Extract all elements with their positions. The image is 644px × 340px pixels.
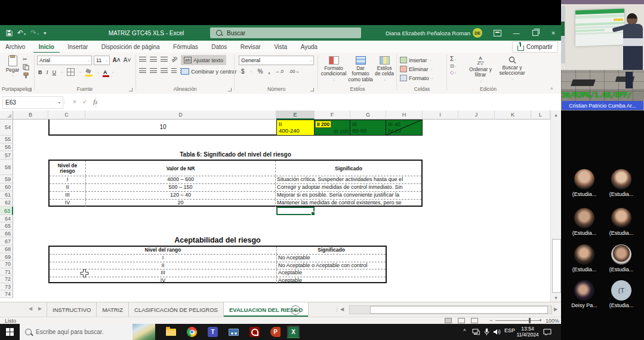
page-layout-view-icon[interactable] [458, 318, 465, 323]
zoom-in-icon[interactable]: + [539, 317, 542, 323]
speaker-icon[interactable] [493, 329, 501, 335]
zoom-slider[interactable] [495, 320, 541, 321]
acrobat-icon[interactable] [248, 326, 261, 338]
row-header-59[interactable]: 59 [0, 175, 13, 183]
microphone-icon[interactable] [484, 328, 489, 336]
fill-color-icon[interactable] [85, 69, 93, 75]
search-box[interactable]: Buscar [210, 27, 361, 38]
scroll-down-icon[interactable]: ▼ [551, 293, 561, 302]
row-header-72[interactable]: 72 [0, 275, 13, 283]
row-header-62[interactable]: 62 [0, 199, 13, 207]
column-header-f[interactable]: F [315, 111, 350, 120]
currency-icon[interactable]: $ [241, 68, 245, 75]
align-top-icon[interactable] [139, 57, 146, 62]
teams-icon[interactable]: T [207, 326, 219, 338]
wrap-text-button[interactable]: ab Ajustar texto [181, 55, 226, 65]
cell-d54[interactable]: 10 [48, 120, 276, 136]
increase-decimal-icon[interactable]: ←.0 [275, 69, 284, 74]
cell-f54[interactable]: II 200 III 100 [315, 120, 350, 136]
redo-icon[interactable]: ↷▾ [30, 29, 39, 36]
ribbon-display-options-button[interactable] [488, 25, 506, 41]
cell-h54[interactable]: III 40 IV 20 [386, 120, 423, 136]
new-sheet-button[interactable]: + [291, 305, 300, 315]
start-button[interactable] [6, 328, 14, 336]
column-header-b[interactable]: B [13, 111, 48, 120]
borders-icon[interactable] [67, 68, 75, 76]
row-header-74[interactable]: 74 [0, 290, 13, 298]
formula-input[interactable] [95, 96, 559, 108]
close-button[interactable]: × [544, 25, 562, 41]
cell-e54[interactable]: II 400-240 [276, 120, 315, 136]
row-header-66[interactable]: 66 [0, 230, 13, 237]
comma-icon[interactable]: , [268, 68, 270, 75]
align-center-icon[interactable] [150, 68, 157, 73]
column-header-c[interactable]: C [48, 111, 85, 120]
column-header-e[interactable]: E [276, 111, 315, 120]
row-header-57[interactable]: 57 [0, 151, 13, 160]
selected-cell-e63[interactable] [276, 207, 315, 215]
grow-font-icon[interactable]: A˄ [112, 56, 121, 64]
tab-revisar[interactable]: Revisar [235, 41, 266, 53]
font-dialog-launcher[interactable] [129, 88, 133, 91]
participant-tile[interactable]: (Estudia... [566, 208, 603, 236]
number-format-select[interactable]: General▾ [239, 56, 314, 65]
format-painter-icon[interactable] [23, 72, 29, 79]
network-icon[interactable] [472, 329, 480, 335]
zoom-slider-knob[interactable] [529, 318, 531, 323]
zoom-level[interactable]: 100% [546, 318, 559, 324]
column-header-j[interactable]: J [458, 111, 495, 120]
hidden-icons-chevron[interactable]: ˄ [463, 327, 466, 333]
row-header-67[interactable]: 67 [0, 237, 13, 246]
restore-button[interactable] [526, 25, 544, 41]
normal-view-icon[interactable] [445, 318, 452, 323]
number-dialog-launcher[interactable] [310, 88, 314, 91]
format-as-table-button[interactable]: Dar formato como tabla▾ [347, 56, 374, 88]
user-name[interactable]: Diana Elizabeth Peñaloza Roman [387, 25, 470, 41]
sheet-tab-clasificacion[interactable]: CLASIFICACIÓN DE PELIGROS [129, 302, 224, 317]
name-box[interactable]: E63▾ [2, 96, 63, 109]
participant-tile[interactable]: (Estudia... [566, 244, 603, 272]
row-header-58[interactable]: 58 [0, 160, 13, 175]
participant-tile[interactable]: (Estudia... [603, 208, 640, 236]
notifications-icon[interactable] [543, 329, 551, 336]
row-header-71[interactable]: 71 [0, 268, 13, 275]
excel-taskbar-icon[interactable]: X [287, 326, 300, 338]
column-header-k[interactable]: K [495, 111, 531, 120]
file-explorer-icon[interactable] [165, 326, 177, 338]
row-header-60[interactable]: 60 [0, 183, 13, 191]
select-all-corner[interactable] [0, 111, 13, 120]
tab-insertar[interactable]: Insertar [62, 41, 93, 53]
row-header-56[interactable]: 56 [0, 143, 13, 151]
align-left-icon[interactable] [139, 68, 146, 73]
tab-datos[interactable]: Datos [206, 41, 232, 53]
participant-tile[interactable]: (Estudia... [603, 244, 640, 272]
alignment-dialog-launcher[interactable] [228, 88, 232, 91]
cut-icon[interactable]: ✂ [23, 56, 29, 62]
horizontal-scrollbar[interactable] [349, 305, 552, 314]
percent-icon[interactable]: % [258, 68, 263, 75]
share-button[interactable]: Compartir [512, 41, 558, 53]
autosum-icon[interactable]: Σ▾ [450, 56, 457, 62]
participant-tile[interactable]: (T (Estudia... [603, 280, 640, 308]
copy-icon[interactable] [23, 64, 29, 71]
hscroll-left-icon[interactable]: ◀ [340, 307, 344, 312]
align-right-icon[interactable] [161, 68, 168, 73]
zoom-out-icon[interactable]: − [489, 317, 492, 323]
participant-tile[interactable]: (Estudia... [566, 169, 603, 197]
sheet-tab-matriz[interactable]: MATRIZ [97, 302, 129, 317]
column-header-d[interactable]: D [85, 111, 276, 120]
tab-archivo[interactable]: Archivo [0, 41, 30, 53]
tab-ayuda[interactable]: Ayuda [295, 41, 323, 53]
vertical-scrollbar[interactable]: ▲ ▼ [550, 111, 561, 302]
font-color-icon[interactable]: A [103, 70, 107, 75]
collapse-ribbon-icon[interactable]: ˄ [550, 86, 553, 91]
align-middle-icon[interactable] [150, 57, 157, 62]
column-header-i[interactable]: I [423, 111, 458, 120]
orientation-icon[interactable]: ab [170, 55, 178, 63]
confirm-formula-icon[interactable]: ✓ [82, 99, 87, 105]
fill-handle[interactable] [311, 212, 315, 216]
cell-g54[interactable]: III 80-60 [350, 120, 386, 136]
vertical-scrollbar-thumb[interactable] [552, 239, 561, 293]
fill-icon[interactable]: ⊡▾ [450, 63, 457, 69]
row-header-55[interactable]: 55 [0, 136, 13, 143]
